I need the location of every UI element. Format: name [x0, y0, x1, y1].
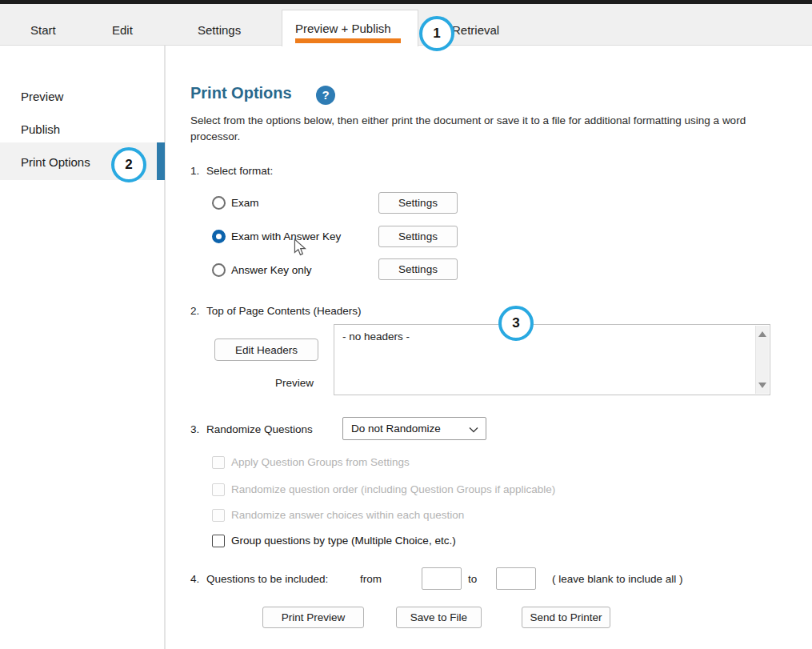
randomize-section-label: Randomize Questions: [206, 423, 313, 435]
checkbox-randomize-question-order-label: Randomize question order (including Ques…: [231, 483, 555, 495]
tab-edit[interactable]: Edit: [112, 23, 133, 37]
annotation-circle-2: 2: [111, 147, 146, 182]
mouse-cursor-icon: [294, 238, 306, 257]
sidebar-selected-accent-bar: [157, 142, 165, 180]
radio-exam-label: Exam: [231, 197, 259, 209]
settings-button-exam-with-key[interactable]: Settings: [378, 226, 458, 247]
annotation-circle-3: 3: [498, 306, 534, 341]
headers-preview-box[interactable]: - no headers -: [334, 324, 770, 395]
scroll-up-icon[interactable]: [758, 331, 766, 337]
scroll-down-icon[interactable]: [758, 383, 766, 388]
checkbox-group-questions-by-type-label: Group questions by type (Multiple Choice…: [231, 535, 456, 547]
checkbox-randomize-answer-choices: [212, 509, 225, 522]
tab-preview-publish[interactable]: Preview + Publish: [282, 10, 418, 46]
headers-preview-label: Preview: [234, 377, 314, 389]
save-to-file-button[interactable]: Save to File: [396, 607, 482, 628]
tab-retrieval[interactable]: Retrieval: [452, 23, 499, 37]
range-to-input[interactable]: [496, 567, 536, 590]
checkbox-randomize-question-order: [212, 483, 225, 496]
radio-answer-key-only-label: Answer Key only: [231, 264, 312, 276]
edit-headers-button[interactable]: Edit Headers: [214, 339, 318, 361]
help-icon[interactable]: ?: [316, 86, 335, 105]
annotation-2-number: 2: [125, 157, 132, 173]
settings-button-exam[interactable]: Settings: [378, 192, 458, 214]
randomize-dropdown[interactable]: Do not Randomize: [342, 417, 486, 440]
checkbox-apply-question-groups-label: Apply Question Groups from Settings: [231, 456, 410, 468]
page-title: Print Options: [190, 84, 292, 102]
headers-section-number: 2.: [190, 305, 199, 317]
randomize-section-number: 3.: [190, 423, 199, 435]
settings-button-answer-key[interactable]: Settings: [378, 258, 458, 280]
checkbox-apply-question-groups: [212, 456, 225, 469]
format-section-number: 1.: [190, 165, 199, 177]
send-to-printer-button[interactable]: Send to Printer: [522, 607, 610, 628]
annotation-3-number: 3: [512, 315, 519, 331]
checkbox-group-questions-by-type[interactable]: [212, 535, 225, 547]
format-section-label: Select format:: [206, 165, 273, 177]
range-section-label: Questions to be included:: [206, 573, 328, 585]
range-section-number: 4.: [190, 573, 199, 585]
radio-exam-with-answer-key-label: Exam with Answer Key: [231, 230, 341, 242]
active-tab-underline: [295, 38, 401, 43]
annotation-circle-1: 1: [419, 16, 454, 51]
chevron-down-icon: [469, 427, 478, 433]
page-description: Select from the options below, then eith…: [190, 113, 792, 145]
radio-answer-key-only[interactable]: [212, 263, 226, 277]
app-window: Start Edit Settings Retrieval Preview + …: [0, 0, 812, 649]
range-from-input[interactable]: [422, 567, 462, 590]
radio-exam-with-answer-key[interactable]: [212, 230, 226, 243]
range-from-label: from: [360, 573, 382, 585]
randomize-dropdown-value: Do not Randomize: [351, 423, 441, 435]
tab-start[interactable]: Start: [30, 23, 56, 37]
headers-section-label: Top of Page Contents (Headers): [206, 305, 362, 317]
checkbox-randomize-answer-choices-label: Randomize answer choices within each que…: [231, 509, 464, 521]
tab-bar: Start Edit Settings Retrieval Preview + …: [0, 4, 812, 46]
print-options-panel: Print Options ? Select from the options …: [0, 46, 812, 649]
range-hint: ( leave blank to include all ): [552, 573, 683, 585]
headers-preview-content: - no headers -: [342, 331, 410, 343]
annotation-1-number: 1: [433, 26, 440, 42]
tab-settings[interactable]: Settings: [198, 23, 241, 37]
headers-preview-scrollbar[interactable]: [755, 326, 769, 394]
active-tab-label: Preview + Publish: [295, 22, 391, 35]
range-to-label: to: [468, 573, 477, 585]
radio-exam[interactable]: [212, 196, 226, 210]
print-preview-button[interactable]: Print Preview: [262, 607, 364, 628]
